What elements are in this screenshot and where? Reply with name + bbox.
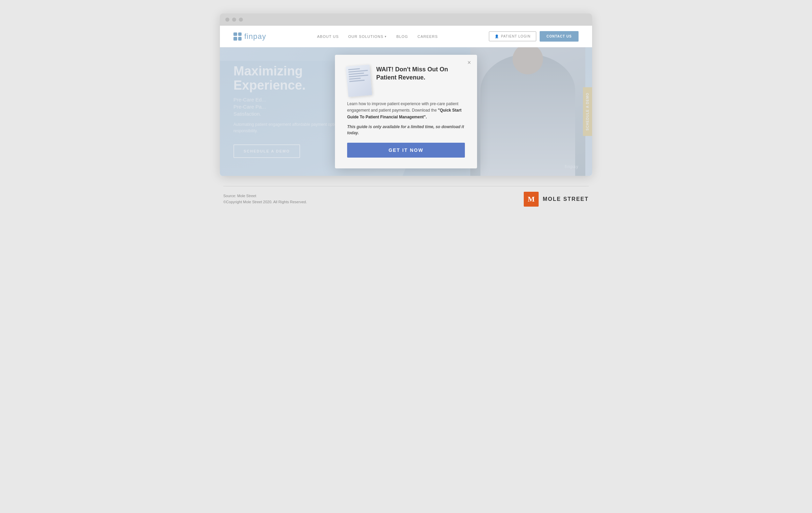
book-line <box>349 75 368 77</box>
book-line <box>348 73 364 75</box>
logo-cell-4 <box>238 37 242 41</box>
logo-cell-1 <box>233 32 237 36</box>
logo-cell-2 <box>238 32 242 36</box>
logo-grid-icon <box>233 32 242 41</box>
book-line <box>349 80 365 82</box>
nav-links: ABOUT US OUR SOLUTIONS ▾ BLOG CAREERS <box>317 34 438 39</box>
modal-popup: × WAIT! Don't Miss <box>335 55 477 168</box>
patient-login-button[interactable]: 👤 PATIENT LOGIN <box>489 31 536 41</box>
browser-dot-red <box>225 18 229 22</box>
footer-brand: M MOLE STREET <box>524 192 589 207</box>
user-icon: 👤 <box>495 34 499 38</box>
hero-section: Maximizing Experience. Pre-Care Ed... Pr… <box>220 47 592 176</box>
mole-street-m-icon: M <box>528 195 535 204</box>
chevron-down-icon: ▾ <box>385 35 387 38</box>
main-nav: finpay ABOUT US OUR SOLUTIONS ▾ BLOG CAR… <box>220 26 592 47</box>
footer-divider <box>223 186 589 186</box>
nav-link-careers[interactable]: CAREERS <box>418 34 438 39</box>
get-it-now-button[interactable]: GET IT NOW <box>347 143 465 158</box>
book-line <box>348 70 368 73</box>
modal-title: WAIT! Don't Miss Out On Patient Revenue. <box>376 66 465 92</box>
book-lines <box>346 65 371 86</box>
nav-link-solutions[interactable]: OUR SOLUTIONS ▾ <box>348 34 387 39</box>
book-icon <box>346 65 372 97</box>
footer-content: Source: Mole Street ©Copyright Mole Stre… <box>223 192 589 207</box>
nav-link-about[interactable]: ABOUT US <box>317 34 339 39</box>
modal-overlay: × WAIT! Don't Miss <box>220 47 592 176</box>
logo-cell-3 <box>233 37 237 41</box>
contact-us-button[interactable]: CONTACT US <box>540 31 579 42</box>
nav-buttons: 👤 PATIENT LOGIN CONTACT US <box>489 31 579 42</box>
browser-chrome <box>220 14 592 26</box>
book-line <box>349 78 361 80</box>
modal-body-text: Learn how to improve patient experience … <box>347 101 465 120</box>
browser-dot-yellow <box>232 18 236 22</box>
page-footer: Source: Mole Street ©Copyright Mole Stre… <box>220 186 592 207</box>
website-content: finpay ABOUT US OUR SOLUTIONS ▾ BLOG CAR… <box>220 26 592 176</box>
logo[interactable]: finpay <box>233 32 266 41</box>
logo-text: finpay <box>244 32 266 41</box>
browser-dot-green <box>239 18 243 22</box>
modal-header: WAIT! Don't Miss Out On Patient Revenue. <box>347 66 465 96</box>
browser-window: finpay ABOUT US OUR SOLUTIONS ▾ BLOG CAR… <box>220 14 592 176</box>
nav-link-blog[interactable]: BLOG <box>396 34 408 39</box>
footer-source-text: Source: Mole Street ©Copyright Mole Stre… <box>223 193 307 205</box>
mole-street-logo: M <box>524 192 539 207</box>
book-line <box>348 68 360 70</box>
modal-italic-text: This guide is only available for a limit… <box>347 124 465 136</box>
modal-close-button[interactable]: × <box>467 60 471 66</box>
mole-street-text: MOLE STREET <box>543 196 589 202</box>
